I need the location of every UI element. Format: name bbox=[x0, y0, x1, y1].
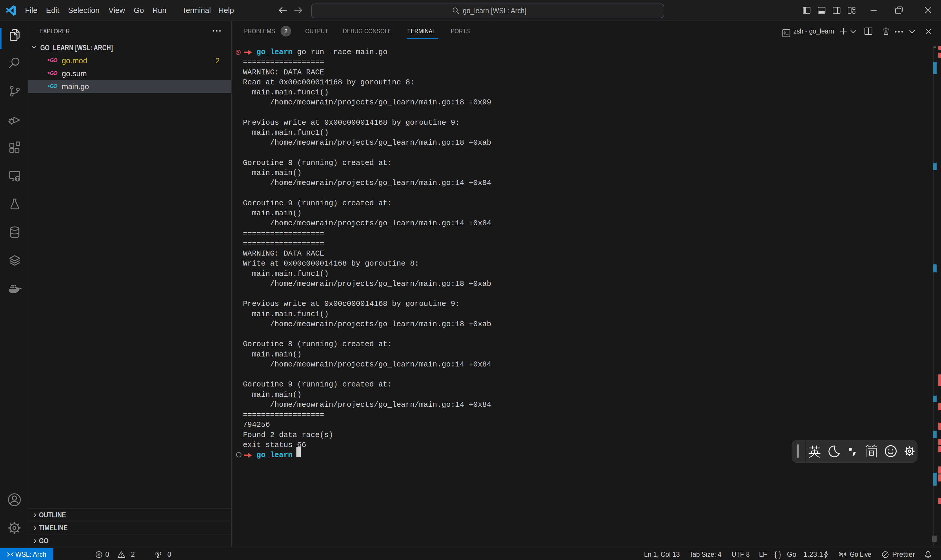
svg-text:GO: GO bbox=[50, 57, 58, 63]
svg-text:GO: GO bbox=[50, 83, 58, 89]
svg-text:GO: GO bbox=[50, 70, 58, 76]
